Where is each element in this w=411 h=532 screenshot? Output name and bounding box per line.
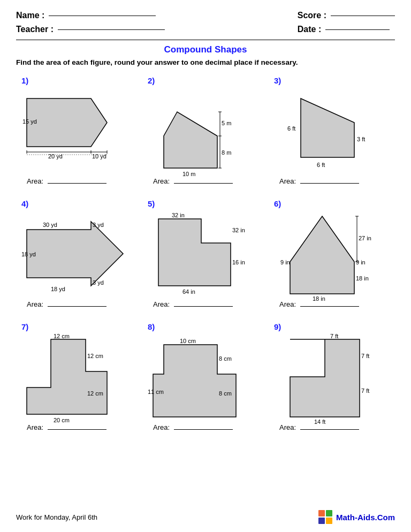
math-aids-logo [318, 510, 333, 525]
label-3yd-top: 3 yd [93, 222, 104, 228]
problem-8: 8) 10 cm 8 cm 8 cm 11 cm [142, 318, 269, 441]
problem-2: 2) 5 m 8 m 10 m [142, 72, 269, 195]
label-15yd: 15 yd [22, 118, 37, 125]
teacher-line [58, 29, 165, 30]
label-18yd: 18 yd [21, 251, 36, 257]
label-5m: 5 m [222, 120, 231, 126]
shape-7-svg: 12 cm 12 cm 12 cm 20 cm [21, 334, 134, 430]
svg-marker-13 [301, 98, 354, 157]
problem-4-number: 4) [21, 199, 28, 208]
shape-3-svg: 6 ft 3 ft 6 ft [274, 88, 386, 179]
area-7: Area: [21, 423, 106, 437]
label-10cm-top: 10 cm [180, 338, 196, 344]
area-1-line [48, 183, 106, 184]
area-7-line [48, 429, 106, 430]
label-12cm-top: 12 cm [54, 334, 70, 339]
label-3yd-bot: 3 yd [93, 279, 104, 286]
label-8m: 8 m [222, 149, 231, 156]
name-line [49, 16, 156, 16]
label-18yd-bot: 18 yd [51, 286, 65, 292]
area-4-line [48, 306, 106, 307]
math-aids-label: Math-Aids.Com [336, 513, 395, 522]
label-7ft-right-bot: 7 ft [361, 387, 369, 394]
svg-rect-24 [326, 510, 332, 516]
problem-9-number: 9) [274, 322, 281, 331]
shape-8-container: 10 cm 8 cm 8 cm 11 cm [148, 334, 263, 420]
shape-3-container: 6 ft 3 ft 6 ft [274, 88, 390, 173]
shape-4-svg: 30 yd 3 yd 18 yd 3 yd 18 yd [21, 211, 139, 302]
area-9: Area: [274, 423, 359, 437]
instructions: Find the area of each figure, round your… [16, 58, 395, 66]
label-16in: 16 in [232, 259, 245, 265]
label-8cm-right-top: 8 cm [219, 355, 232, 362]
shape-4-container: 30 yd 3 yd 18 yd 3 yd 18 yd [21, 211, 137, 297]
label-10yd: 10 yd [92, 153, 106, 159]
shape-2-container: 5 m 8 m 10 m [148, 88, 263, 173]
shape-7-container: 12 cm 12 cm 12 cm 20 cm [21, 334, 137, 420]
label-11cm: 11 cm [148, 389, 164, 395]
area-5: Area: [148, 300, 233, 314]
footer: Work for Monday, April 6th Math-Aids.Com [16, 510, 395, 525]
area-3: Area: [274, 177, 359, 191]
shape-6-svg: 27 in 9 in 9 in 18 in 18 in [274, 211, 386, 307]
shape-6-container: 27 in 9 in 9 in 18 in 18 in [274, 211, 390, 297]
area-5-line [174, 306, 233, 307]
problem-2-number: 2) [148, 76, 155, 85]
teacher-label: Teacher : [16, 25, 54, 34]
area-2: Area: [148, 177, 233, 191]
svg-marker-15 [158, 219, 231, 286]
name-row: Name : [16, 11, 165, 20]
svg-rect-25 [318, 518, 325, 524]
label-12cm-right: 12 cm [87, 353, 103, 359]
header-right: Score : Date : [298, 11, 395, 34]
problem-3-number: 3) [274, 76, 281, 85]
shape-8-svg: 10 cm 8 cm 8 cm 11 cm [148, 334, 260, 430]
shape-2-svg: 5 m 8 m 10 m [148, 88, 255, 179]
problem-4: 4) 30 yd 3 yd 18 yd 3 yd [16, 195, 142, 318]
divider [16, 40, 395, 40]
math-aids-link[interactable]: Math-Aids.Com [318, 510, 395, 525]
label-12cm-lower: 12 cm [87, 390, 103, 397]
score-row: Score : [298, 11, 395, 20]
area-3-line [300, 183, 359, 184]
shape-9-svg: 7 ft 7 ft 7 ft 14 ft [274, 334, 386, 430]
problem-6-number: 6) [274, 199, 281, 208]
label-10m: 10 m [182, 171, 195, 177]
area-9-line [300, 429, 359, 430]
svg-marker-14 [27, 222, 123, 286]
label-27in: 27 in [359, 235, 371, 241]
label-7ft-right-top: 7 ft [361, 353, 369, 359]
problem-5: 5) 32 in 32 in 16 in 64 in [142, 195, 269, 318]
area-6-line [300, 306, 359, 307]
problem-1: 1) 15 yd 20 yd 10 yd [16, 72, 142, 195]
label-8cm-right: 8 cm [219, 390, 232, 397]
label-9in-left: 9 in [280, 259, 290, 265]
svg-marker-7 [164, 112, 217, 168]
header-left: Name : Teacher : [16, 11, 165, 34]
shape-9-container: 7 ft 7 ft 7 ft 14 ft [274, 334, 390, 420]
footer-left: Work for Monday, April 6th [16, 513, 97, 521]
svg-marker-16 [290, 216, 354, 294]
problem-1-number: 1) [21, 76, 28, 85]
area-8: Area: [148, 423, 233, 437]
label-20yd: 20 yd [48, 153, 63, 159]
label-20cm: 20 cm [54, 417, 70, 423]
shape-1-container: 15 yd 20 yd 10 yd [21, 88, 137, 173]
shape-5-svg: 32 in 32 in 16 in 64 in [148, 211, 260, 305]
label-6ft-left: 6 ft [287, 125, 295, 132]
label-18in-right: 18 in [356, 275, 369, 282]
date-label: Date : [298, 25, 321, 34]
svg-marker-0 [27, 98, 107, 147]
label-6ft-bot: 6 ft [317, 162, 325, 168]
problem-5-number: 5) [148, 199, 155, 208]
problem-7: 7) 12 cm 12 cm 12 cm 20 cm [16, 318, 142, 441]
name-label: Name : [16, 11, 44, 20]
header: Name : Teacher : Score : Date : [16, 11, 395, 34]
area-1: Area: [21, 177, 106, 191]
page: Name : Teacher : Score : Date : Compound… [0, 0, 411, 532]
problem-7-number: 7) [21, 322, 28, 331]
shape-5-container: 32 in 32 in 16 in 64 in [148, 211, 263, 297]
problem-8-number: 8) [148, 322, 155, 331]
label-7ft-top: 7 ft [330, 334, 338, 339]
problems-grid: 1) 15 yd 20 yd 10 yd [16, 72, 395, 441]
